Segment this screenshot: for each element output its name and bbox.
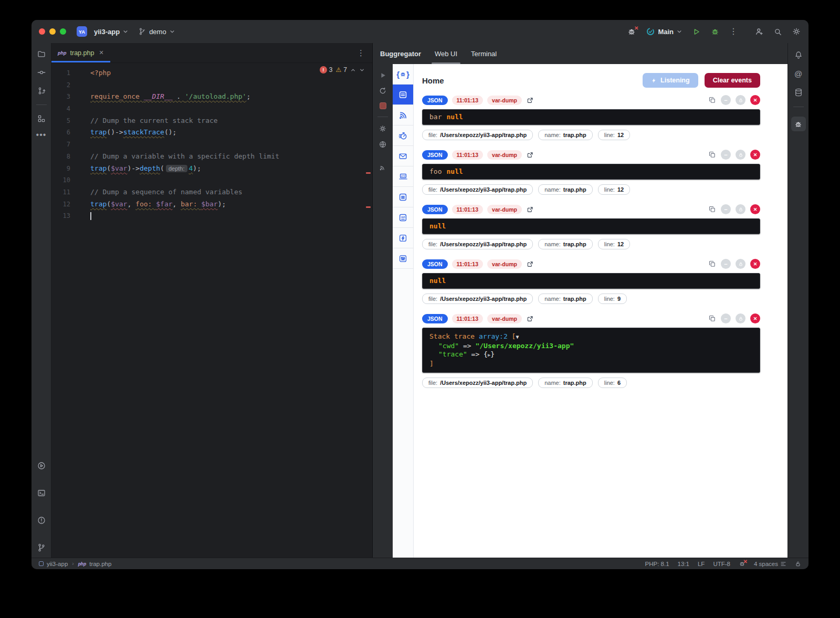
open-event-icon[interactable] [527,206,534,213]
copy-icon[interactable] [708,260,716,268]
git-tool-icon[interactable] [37,543,46,552]
sidebar-item-ray[interactable] [393,187,413,207]
copy-icon[interactable] [708,151,716,159]
code-line[interactable]: 8// Dump a variable with a specific dept… [51,151,372,163]
sidebar-item-profiler[interactable] [393,125,413,146]
code-line[interactable]: 11// Dump a sequence of named variables [51,186,372,198]
delete-event-icon[interactable]: ✕ [750,95,760,105]
debug-button[interactable] [710,27,720,36]
sidebar-item-http-dumps[interactable]: HTTP [393,166,413,187]
tab-terminal[interactable]: Terminal [471,43,497,64]
copy-icon[interactable] [708,205,716,213]
code-line[interactable]: 13 [51,210,372,222]
settings-gear-icon[interactable] [792,27,801,36]
sidebar-item-smtp[interactable] [393,146,413,166]
delete-event-icon[interactable]: ✕ [750,313,760,323]
commit-tool-icon[interactable] [37,68,46,77]
open-in-browser-icon[interactable] [379,140,387,149]
structure-tool-icon[interactable] [37,114,46,123]
code-line[interactable]: 6trap()->stackTrace(); [51,127,372,139]
copy-icon[interactable] [708,315,716,322]
code-line[interactable]: 2 [51,79,372,91]
close-window-button[interactable] [39,28,45,35]
error-stripe-mark[interactable] [366,172,371,174]
code-line[interactable]: 12trap($var, foo: $far, bar: $bar); [51,198,372,211]
zoom-window-button[interactable] [60,28,66,35]
open-event-icon[interactable] [527,260,534,268]
notifications-bell-icon[interactable] [794,50,803,60]
lock-icon[interactable] [736,150,746,160]
run-button[interactable] [692,27,701,36]
project-widget[interactable]: YA yii3-app [77,26,129,37]
next-problem-button[interactable] [359,67,365,73]
run-configuration-widget[interactable]: Main [646,27,682,36]
broadcast-icon[interactable] [379,163,387,172]
debug-listener-off-icon[interactable]: ✕ [627,27,636,36]
indent-widget[interactable]: 4 spaces [754,561,786,567]
settings-gear-icon[interactable] [379,124,387,133]
clear-events-button[interactable]: Clear events [705,73,760,88]
collapse-icon[interactable]: − [721,95,731,105]
tab-web-ui[interactable]: Web UI [435,43,457,64]
inspections-widget[interactable]: !3 ⚠7 [320,66,365,74]
vcs-tool-icon[interactable] [37,86,46,96]
sidebar-item-logo[interactable]: {} [393,64,413,85]
code-line[interactable]: 5// Dump the current stack trace [51,115,372,127]
collapse-icon[interactable]: − [721,259,731,269]
terminal-tool-icon[interactable] [37,488,46,498]
encoding-widget[interactable]: UTF-8 [713,561,730,567]
tab-trap-php[interactable]: php trap.php ✕ [51,43,110,62]
open-event-icon[interactable] [527,315,534,322]
buggregator-stripe-button[interactable] [791,117,806,131]
editor-options-button[interactable]: ⋮ [357,48,365,58]
readonly-lock-icon[interactable] [795,561,801,567]
database-tool-icon[interactable] [794,88,803,97]
lock-icon[interactable] [736,204,746,214]
delete-event-icon[interactable]: ✕ [750,150,760,160]
vcs-branch-widget[interactable]: demo [138,27,175,36]
sidebar-item-events[interactable] [393,85,413,105]
copy-icon[interactable] [708,96,716,104]
refresh-button[interactable] [379,87,387,95]
lock-icon[interactable] [736,259,746,269]
lock-icon[interactable] [736,313,746,323]
error-stripe-mark[interactable] [366,206,371,208]
project-tool-icon[interactable] [37,49,46,59]
open-event-icon[interactable] [527,97,534,104]
more-tool-windows-button[interactable]: ••• [36,132,47,138]
php-version-widget[interactable]: PHP: 8.1 [645,561,669,567]
more-actions-button[interactable]: ⋮ [729,29,738,34]
open-event-icon[interactable] [527,151,534,159]
code-line[interactable]: 3require_once __DIR__ . '/autoload.php'; [51,91,372,103]
lock-icon[interactable] [736,95,746,105]
prev-problem-button[interactable] [350,67,356,73]
caret-position-widget[interactable]: 13:1 [678,561,689,567]
run-tool-icon[interactable] [37,461,46,470]
code-line[interactable]: 4 [51,103,372,115]
delete-event-icon[interactable]: ✕ [750,204,760,214]
expand-arrow-icon[interactable]: ▼ [516,334,519,340]
line-separator-widget[interactable]: LF [698,561,705,567]
collapse-icon[interactable]: − [721,313,731,323]
ai-assistant-icon[interactable]: @ [794,69,802,78]
collapse-icon[interactable]: − [721,204,731,214]
code-line[interactable]: 7 [51,139,372,151]
search-everywhere-button[interactable] [773,27,782,36]
collapse-icon[interactable]: − [721,150,731,160]
stop-server-button[interactable] [380,102,386,109]
sidebar-item-inspector[interactable] [393,228,413,248]
sidebar-item-var-dumper[interactable]: VAR [393,207,413,228]
sidebar-item-settings[interactable] [393,248,413,269]
code-line[interactable]: 9trap($var)->depth(depth:4); [51,163,372,175]
start-server-button[interactable] [379,71,387,79]
close-tab-icon[interactable]: ✕ [99,49,103,56]
add-user-button[interactable] [754,27,764,36]
problems-tool-icon[interactable] [37,516,46,525]
debug-listener-status-icon[interactable]: ✕ [739,560,746,567]
delete-event-icon[interactable]: ✕ [750,259,760,269]
listening-button[interactable]: Listening [643,73,698,88]
breadcrumb[interactable]: yii3-app › php trap.php [39,561,111,567]
code-line[interactable]: 10 [51,174,372,186]
sidebar-item-sentry[interactable] [393,105,413,125]
minimize-window-button[interactable] [49,28,56,35]
